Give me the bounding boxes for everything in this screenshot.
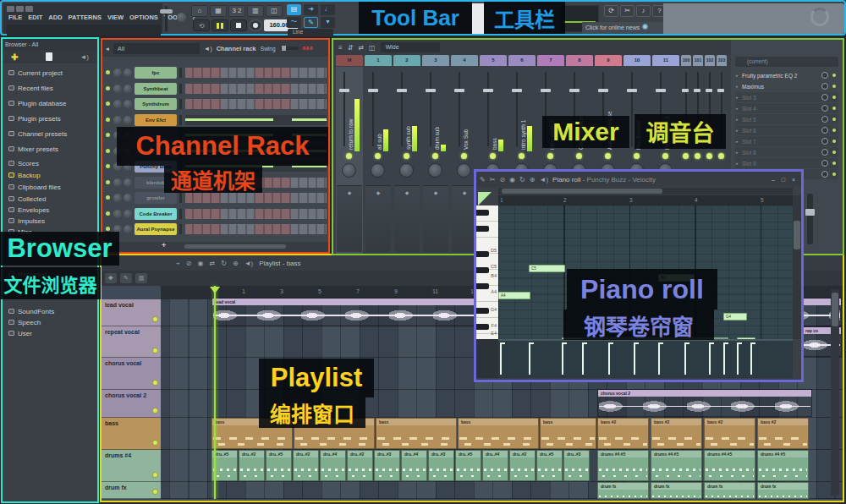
mute-led[interactable] [432, 153, 438, 159]
strip-routing-controls[interactable]: ◆ [337, 185, 362, 252]
file-icon[interactable] [46, 52, 52, 61]
playlist-clip[interactable]: drums #4 #5 [651, 450, 702, 481]
menu-item[interactable]: ADD [48, 14, 62, 21]
browser-item[interactable]: Recent files [3, 83, 97, 93]
plugin-slot[interactable]: Slot 3 [735, 92, 838, 102]
playlist-clip[interactable]: drum fx [597, 482, 649, 499]
playlist-track-header[interactable]: drums #4 [102, 450, 161, 482]
piano-roll-tool-icon[interactable]: ✎ [480, 176, 486, 184]
playlist-clip[interactable]: drum fx [704, 482, 755, 499]
close-icon[interactable] [25, 6, 33, 12]
browser-item[interactable]: Backup [3, 170, 97, 180]
mixer-tab[interactable]: M [336, 55, 363, 66]
plugin-slot[interactable]: Slot 7 [735, 136, 838, 146]
playlist-track-header[interactable]: drum fx [102, 482, 161, 499]
channel-button[interactable]: Code Breaker [135, 208, 177, 220]
browser-item[interactable]: SoundFonts [3, 306, 97, 316]
mixer-strip[interactable]: all sub ◆ [365, 67, 392, 254]
draw-tool-icon[interactable]: ✎ [304, 17, 318, 28]
slot-enable-led[interactable] [832, 173, 836, 176]
window-controls[interactable] [7, 6, 33, 12]
mute-led[interactable] [695, 153, 700, 159]
mixer-tab[interactable]: 100 [681, 55, 691, 66]
channel-led[interactable] [106, 227, 110, 231]
pan-knob[interactable] [113, 178, 122, 187]
playlist-edit-tool[interactable]: ✚ [105, 273, 117, 283]
playlist-tool-icon[interactable]: ↻ [221, 260, 227, 267]
mixer-strip[interactable]: synth sub ◆ [393, 67, 420, 254]
browser-item[interactable]: Collected [3, 194, 97, 204]
velocity-stem[interactable] [684, 342, 686, 375]
mute-led[interactable] [519, 153, 525, 159]
plugin-slot-selector[interactable]: (current) [735, 57, 838, 67]
playlist-track-header[interactable]: lead vocal [102, 299, 161, 326]
collapse-icon[interactable]: ◂ [106, 45, 109, 52]
mixer-tab[interactable]: 101 [693, 55, 703, 66]
playlist-clip[interactable]: drums #4 #5 [757, 450, 809, 481]
browser-item[interactable]: Plugin database [3, 98, 97, 108]
slot-enable-led[interactable] [832, 118, 836, 121]
slot-mix-knob[interactable] [821, 105, 828, 112]
strip-routing-controls[interactable]: ◆ [365, 185, 391, 252]
target-mixer-track[interactable] [179, 209, 182, 219]
volume-knob[interactable] [124, 194, 132, 202]
pan-knob[interactable] [371, 163, 385, 178]
channel-led[interactable] [106, 180, 110, 184]
piano-roll-title[interactable]: Piano roll - Punchy Buzz - Velocity [552, 176, 656, 184]
mixer-tab[interactable]: 7 [537, 55, 564, 66]
target-mixer-track[interactable] [179, 68, 182, 78]
plugin-slot[interactable]: Slot 6 [735, 125, 838, 135]
pause-button[interactable] [212, 19, 228, 31]
velocity-stem[interactable] [750, 342, 752, 375]
playlist-clip[interactable]: bass #2 [757, 418, 809, 449]
channel-button[interactable]: Aural Psynapse [135, 223, 177, 235]
volume-knob[interactable] [124, 225, 132, 233]
channel-led[interactable] [106, 195, 110, 200]
playlist-clip[interactable]: dru..#5 [266, 450, 292, 481]
playlist-clip[interactable]: drum fx [757, 482, 809, 499]
playlist-clip[interactable]: bass #2 [651, 418, 702, 449]
mute-led[interactable] [605, 153, 611, 159]
channel-rack-scrollbar[interactable] [184, 244, 286, 249]
playlist-clip[interactable]: dru..#2 [293, 450, 319, 481]
volume-knob[interactable] [124, 85, 132, 93]
playlist-clip[interactable]: dru..#2 [509, 450, 536, 481]
utility-icon[interactable]: ✂ [620, 5, 634, 17]
window-controls[interactable]: – □ × [772, 177, 798, 183]
pan-knob[interactable] [113, 100, 122, 108]
slot-mix-knob[interactable] [821, 127, 828, 134]
velocity-stem[interactable] [562, 342, 563, 375]
mixer-tab[interactable]: 4 [451, 55, 478, 66]
browser-item[interactable]: Plugin presets [3, 113, 97, 123]
playlist-clip[interactable]: dru..#4 [320, 450, 346, 481]
playlist-tool-icon[interactable]: ⊘ [186, 260, 192, 267]
panel-toggle-icon[interactable]: ▥ [247, 5, 264, 17]
channel-led[interactable] [106, 164, 110, 168]
playlist-clip[interactable]: dru..#2 [239, 450, 265, 481]
slot-mix-knob[interactable] [821, 160, 828, 167]
menu-item[interactable]: EDIT [28, 14, 42, 21]
channel-button[interactable]: Synthdrum [135, 98, 177, 110]
playlist-track-header[interactable]: repeat vocal [102, 326, 161, 358]
playlist-clip[interactable]: dru..#4 [482, 450, 508, 481]
mute-led[interactable] [346, 153, 352, 159]
midi-note[interactable]: G4 [723, 313, 747, 320]
mixer-tool-icon[interactable]: ⇵ [348, 44, 354, 52]
playlist-clip[interactable]: bass #2 [597, 418, 649, 449]
strip-routing-controls[interactable]: ◆ [394, 185, 420, 252]
playlist-edit-tool[interactable]: ✎ [120, 273, 132, 283]
slot-enable-led[interactable] [832, 129, 836, 132]
step-sequencer[interactable] [185, 99, 327, 109]
playlist-clip[interactable]: bass [458, 418, 539, 449]
step-sequencer[interactable] [185, 209, 327, 219]
mute-led[interactable] [683, 153, 689, 159]
pan-knob[interactable] [399, 163, 414, 178]
playlist-tool-icon[interactable]: ◉ [198, 260, 204, 267]
panel-toggle-icon[interactable]: ⌂ [191, 5, 208, 17]
playlist-tool-icon[interactable]: ⌁ [176, 260, 180, 267]
step-sequencer[interactable] [185, 224, 327, 234]
target-mixer-track[interactable] [179, 99, 182, 109]
mixer-strip[interactable]: return to raw ◆ [336, 67, 363, 254]
mixer-layout-dropdown[interactable]: Wide [381, 42, 440, 52]
slot-mix-knob[interactable] [821, 94, 828, 101]
